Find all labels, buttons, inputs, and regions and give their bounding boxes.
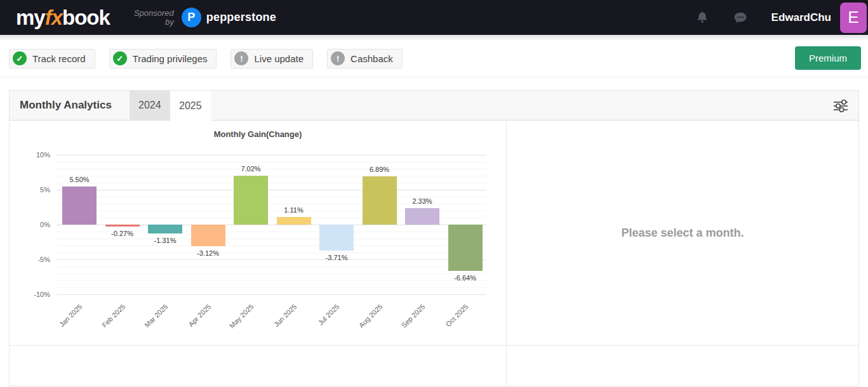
chart-bar-aug-2025[interactable]	[363, 176, 397, 225]
gridline	[57, 273, 486, 274]
bar-value-label: -6.64%	[440, 274, 491, 282]
tab-2024[interactable]: 2024	[130, 91, 170, 120]
bar-value-label: 7.02%	[225, 165, 276, 173]
bar-value-label: -3.12%	[183, 249, 234, 257]
logo-fx: fx	[45, 6, 62, 29]
chat-icon[interactable]	[733, 11, 747, 25]
badge-label: Trading privileges	[133, 53, 208, 64]
panel-body: Monthly Gain(Change) 5.50%-0.27%-1.31%-3…	[10, 121, 858, 345]
y-axis-tick-label: 0%	[10, 221, 50, 228]
gridline	[57, 253, 486, 253]
badge-live-update: ! Live update	[230, 49, 313, 69]
status-bar: ✓ Track record ✓ Trading privileges ! Li…	[0, 35, 868, 77]
gridline	[57, 294, 486, 295]
myfxbook-logo[interactable]: myfxbook	[16, 6, 110, 30]
tab-2025[interactable]: 2025	[170, 91, 211, 121]
bar-value-label: 5.50%	[54, 176, 105, 183]
bar-value-label: 2.33%	[397, 197, 448, 205]
x-axis-tick-label: Apr 2025	[187, 303, 212, 328]
gridline	[57, 280, 486, 281]
x-axis-tick-label: Oct 2025	[444, 303, 469, 328]
chart-bar-feb-2025[interactable]	[105, 225, 140, 226]
check-circle-icon: ✓	[113, 51, 127, 65]
avatar[interactable]: E	[840, 3, 867, 33]
x-axis-tick-label: Jul 2025	[317, 303, 341, 327]
logo-my: my	[16, 6, 45, 29]
x-axis-tick-label: Jun 2025	[272, 303, 297, 328]
y-axis-tick-label: 5%	[10, 186, 50, 194]
bar-value-label: 1.11%	[269, 206, 319, 214]
exclamation-circle-icon: !	[331, 51, 345, 65]
gridline	[57, 183, 486, 183]
exclamation-circle-icon: !	[234, 51, 248, 65]
chart-bar-jul-2025[interactable]	[319, 225, 354, 251]
bell-icon[interactable]	[695, 11, 709, 25]
gridline	[57, 266, 486, 267]
badge-label: Live update	[254, 53, 304, 64]
navbar-right: EdwardChu E	[695, 0, 868, 35]
x-axis-tick-label: Aug 2025	[357, 303, 384, 329]
x-axis-tick-label: Jan 2025	[58, 303, 83, 328]
premium-button[interactable]: Premium	[795, 46, 861, 70]
chart-bar-mar-2025[interactable]	[148, 225, 182, 233]
chart-bar-sep-2025[interactable]	[405, 208, 439, 225]
chart-title: Monthly Gain(Change)	[10, 129, 506, 139]
bar-value-label: -1.31%	[140, 237, 190, 244]
chart-plot-area: 5.50%-0.27%-1.31%-3.12%7.02%1.11%-3.71%6…	[57, 155, 486, 295]
badge-label: Track record	[32, 53, 86, 64]
monthly-gain-chart: Monthly Gain(Change) 5.50%-0.27%-1.31%-3…	[10, 121, 507, 345]
select-month-placeholder: Please select a month.	[621, 226, 744, 240]
logo-book: book	[62, 6, 110, 29]
gridline	[57, 246, 486, 246]
chart-bar-may-2025[interactable]	[234, 176, 268, 225]
gridline	[57, 162, 486, 162]
badge-cashback: ! Cashback	[327, 49, 403, 69]
gridline	[57, 190, 486, 190]
x-axis-tick-label: Mar 2025	[143, 303, 169, 329]
pepperstone-brand-name: pepperstone	[206, 11, 276, 24]
chart-bar-apr-2025[interactable]	[191, 225, 225, 246]
monthly-analytics-panel: Monthly Analytics 2024 2025 Monthly Gain…	[9, 90, 859, 386]
sponsored-by-text: Sponsored by	[134, 9, 174, 27]
x-axis-tick-label: Feb 2025	[100, 303, 126, 329]
badge-trading-privileges: ✓ Trading privileges	[109, 49, 217, 69]
month-detail-region: Please select a month.	[507, 121, 858, 345]
sliders-icon[interactable]	[832, 97, 850, 115]
bar-value-label: -0.27%	[97, 230, 148, 237]
y-axis-tick-label: -5%	[10, 256, 50, 263]
gridline	[57, 155, 486, 155]
panel-title: Monthly Analytics	[10, 99, 130, 112]
gridline	[57, 176, 486, 176]
bar-value-label: -3.71%	[311, 254, 362, 261]
pepperstone-logo-icon: P	[182, 8, 201, 27]
chart-bar-jan-2025[interactable]	[62, 187, 97, 225]
panel-bottom-section	[10, 345, 858, 387]
top-navbar: myfxbook Sponsored by P pepperstone Edwa…	[0, 0, 868, 35]
bar-value-label: 6.89%	[354, 166, 405, 173]
badge-track-record: ✓ Track record	[9, 49, 95, 69]
gridline	[57, 239, 486, 239]
x-axis-tick-label: May 2025	[228, 303, 255, 330]
check-circle-icon: ✓	[13, 51, 27, 65]
y-axis-tick-label: -10%	[10, 291, 50, 298]
y-axis-tick-label: 10%	[10, 151, 50, 159]
panel-header: Monthly Analytics 2024 2025	[10, 91, 858, 121]
panel-bottom-left	[10, 346, 507, 387]
badge-label: Cashback	[351, 53, 393, 64]
gridline	[57, 287, 486, 288]
sponsored-by-block[interactable]: Sponsored by P pepperstone	[134, 8, 276, 27]
x-axis-tick-label: Sep 2025	[400, 303, 427, 329]
gridline	[57, 259, 486, 260]
username[interactable]: EdwardChu	[771, 11, 831, 24]
chart-bar-oct-2025[interactable]	[448, 225, 483, 271]
chart-bar-jun-2025[interactable]	[277, 217, 311, 225]
